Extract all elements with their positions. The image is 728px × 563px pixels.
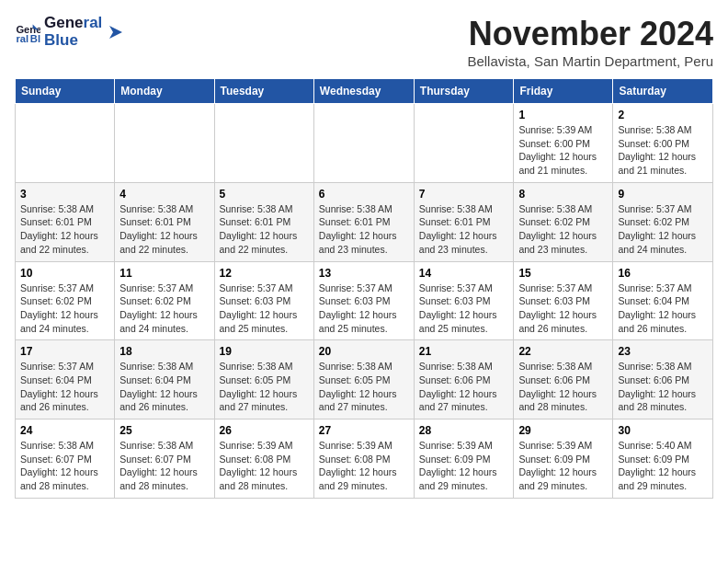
day-number: 7	[419, 188, 509, 201]
day-number: 16	[618, 267, 708, 280]
weekday-header-wednesday: Wednesday	[313, 79, 414, 104]
calendar-cell: 2Sunrise: 5:38 AM Sunset: 6:00 PM Daylig…	[613, 104, 713, 183]
calendar-cell: 16Sunrise: 5:37 AM Sunset: 6:04 PM Dayli…	[613, 261, 713, 340]
day-info: Sunrise: 5:39 AM Sunset: 6:08 PM Dayligh…	[319, 439, 409, 493]
logo-arrow-icon	[106, 22, 126, 42]
calendar-cell: 10Sunrise: 5:37 AM Sunset: 6:02 PM Dayli…	[16, 261, 115, 340]
calendar-cell	[214, 104, 313, 183]
day-info: Sunrise: 5:37 AM Sunset: 6:04 PM Dayligh…	[20, 360, 109, 414]
calendar-cell: 13Sunrise: 5:37 AM Sunset: 6:03 PM Dayli…	[313, 261, 414, 340]
calendar-cell: 1Sunrise: 5:39 AM Sunset: 6:00 PM Daylig…	[514, 104, 613, 183]
day-info: Sunrise: 5:37 AM Sunset: 6:03 PM Dayligh…	[220, 282, 309, 336]
title-section: November 2024 Bellavista, San Martin Dep…	[467, 15, 713, 69]
day-info: Sunrise: 5:37 AM Sunset: 6:04 PM Dayligh…	[618, 282, 708, 336]
day-info: Sunrise: 5:37 AM Sunset: 6:03 PM Dayligh…	[319, 282, 409, 336]
day-info: Sunrise: 5:39 AM Sunset: 6:08 PM Dayligh…	[220, 439, 309, 493]
day-info: Sunrise: 5:38 AM Sunset: 6:07 PM Dayligh…	[119, 439, 209, 493]
day-info: Sunrise: 5:38 AM Sunset: 6:06 PM Dayligh…	[618, 360, 708, 414]
day-number: 29	[518, 424, 608, 437]
day-number: 27	[319, 424, 409, 437]
calendar-cell: 19Sunrise: 5:38 AM Sunset: 6:05 PM Dayli…	[214, 340, 313, 419]
day-info: Sunrise: 5:38 AM Sunset: 6:01 PM Dayligh…	[419, 202, 509, 257]
day-number: 23	[618, 345, 708, 358]
day-number: 28	[419, 424, 509, 437]
day-number: 12	[220, 267, 309, 280]
calendar-cell: 15Sunrise: 5:37 AM Sunset: 6:03 PM Dayli…	[514, 261, 613, 340]
calendar-cell: 30Sunrise: 5:40 AM Sunset: 6:09 PM Dayli…	[613, 419, 713, 499]
day-info: Sunrise: 5:37 AM Sunset: 6:03 PM Dayligh…	[419, 282, 509, 336]
day-info: Sunrise: 5:39 AM Sunset: 6:00 PM Dayligh…	[518, 123, 608, 178]
day-info: Sunrise: 5:38 AM Sunset: 6:05 PM Dayligh…	[319, 360, 409, 414]
calendar-cell: 7Sunrise: 5:38 AM Sunset: 6:01 PM Daylig…	[414, 182, 514, 261]
logo-icon: Gene ral Blue	[15, 19, 40, 45]
day-info: Sunrise: 5:38 AM Sunset: 6:01 PM Dayligh…	[220, 202, 309, 257]
day-number: 8	[518, 188, 608, 201]
day-number: 4	[119, 188, 209, 201]
calendar-cell: 22Sunrise: 5:38 AM Sunset: 6:06 PM Dayli…	[514, 340, 613, 419]
day-info: Sunrise: 5:38 AM Sunset: 6:07 PM Dayligh…	[20, 439, 109, 493]
day-info: Sunrise: 5:37 AM Sunset: 6:02 PM Dayligh…	[20, 282, 109, 336]
day-number: 5	[220, 188, 309, 201]
day-number: 25	[119, 424, 209, 437]
logo: Gene ral Blue General Blue	[15, 15, 126, 49]
weekday-header-monday: Monday	[115, 79, 214, 104]
calendar-cell: 8Sunrise: 5:38 AM Sunset: 6:02 PM Daylig…	[514, 182, 613, 261]
logo-general: General	[44, 15, 102, 32]
weekday-header-friday: Friday	[514, 79, 613, 104]
day-number: 11	[119, 267, 209, 280]
calendar-cell: 5Sunrise: 5:38 AM Sunset: 6:01 PM Daylig…	[214, 182, 313, 261]
calendar-week-row: 17Sunrise: 5:37 AM Sunset: 6:04 PM Dayli…	[16, 340, 713, 419]
calendar-cell: 6Sunrise: 5:38 AM Sunset: 6:01 PM Daylig…	[313, 182, 414, 261]
page-header: Gene ral Blue General Blue November 2024…	[15, 15, 713, 69]
day-info: Sunrise: 5:37 AM Sunset: 6:02 PM Dayligh…	[618, 202, 708, 257]
calendar-cell: 28Sunrise: 5:39 AM Sunset: 6:09 PM Dayli…	[414, 419, 514, 499]
svg-marker-4	[109, 26, 122, 39]
calendar-cell: 27Sunrise: 5:39 AM Sunset: 6:08 PM Dayli…	[313, 419, 414, 499]
day-info: Sunrise: 5:40 AM Sunset: 6:09 PM Dayligh…	[618, 439, 708, 493]
day-info: Sunrise: 5:38 AM Sunset: 6:06 PM Dayligh…	[419, 360, 509, 414]
calendar-cell: 9Sunrise: 5:37 AM Sunset: 6:02 PM Daylig…	[613, 182, 713, 261]
month-year-title: November 2024	[467, 15, 713, 53]
calendar-week-row: 10Sunrise: 5:37 AM Sunset: 6:02 PM Dayli…	[16, 261, 713, 340]
calendar-cell	[414, 104, 514, 183]
calendar-cell: 20Sunrise: 5:38 AM Sunset: 6:05 PM Dayli…	[313, 340, 414, 419]
calendar-table: SundayMondayTuesdayWednesdayThursdayFrid…	[15, 78, 713, 499]
day-number: 21	[419, 345, 509, 358]
day-number: 30	[618, 424, 708, 437]
calendar-cell: 14Sunrise: 5:37 AM Sunset: 6:03 PM Dayli…	[414, 261, 514, 340]
calendar-cell: 11Sunrise: 5:37 AM Sunset: 6:02 PM Dayli…	[115, 261, 214, 340]
location-subtitle: Bellavista, San Martin Department, Peru	[467, 53, 713, 69]
calendar-cell	[16, 104, 115, 183]
weekday-header-tuesday: Tuesday	[214, 79, 313, 104]
day-info: Sunrise: 5:39 AM Sunset: 6:09 PM Dayligh…	[518, 439, 608, 493]
calendar-week-row: 1Sunrise: 5:39 AM Sunset: 6:00 PM Daylig…	[16, 104, 713, 183]
day-number: 2	[618, 109, 708, 121]
day-number: 14	[419, 267, 509, 280]
day-number: 24	[20, 424, 109, 437]
day-info: Sunrise: 5:37 AM Sunset: 6:02 PM Dayligh…	[119, 282, 209, 336]
day-number: 18	[119, 345, 209, 358]
day-number: 26	[220, 424, 309, 437]
calendar-cell: 4Sunrise: 5:38 AM Sunset: 6:01 PM Daylig…	[115, 182, 214, 261]
day-number: 13	[319, 267, 409, 280]
day-number: 1	[518, 109, 608, 121]
day-info: Sunrise: 5:38 AM Sunset: 6:06 PM Dayligh…	[518, 360, 608, 414]
day-number: 22	[518, 345, 608, 358]
calendar-week-row: 24Sunrise: 5:38 AM Sunset: 6:07 PM Dayli…	[16, 419, 713, 499]
calendar-cell: 12Sunrise: 5:37 AM Sunset: 6:03 PM Dayli…	[214, 261, 313, 340]
weekday-header-thursday: Thursday	[414, 79, 514, 104]
calendar-header-row: SundayMondayTuesdayWednesdayThursdayFrid…	[16, 79, 713, 104]
calendar-cell: 26Sunrise: 5:39 AM Sunset: 6:08 PM Dayli…	[214, 419, 313, 499]
day-number: 6	[319, 188, 409, 201]
day-number: 3	[20, 188, 109, 201]
day-info: Sunrise: 5:38 AM Sunset: 6:00 PM Dayligh…	[618, 123, 708, 178]
day-info: Sunrise: 5:38 AM Sunset: 6:01 PM Dayligh…	[119, 202, 209, 257]
weekday-header-saturday: Saturday	[613, 79, 713, 104]
day-number: 19	[220, 345, 309, 358]
calendar-cell	[313, 104, 414, 183]
calendar-cell	[115, 104, 214, 183]
day-info: Sunrise: 5:38 AM Sunset: 6:01 PM Dayligh…	[20, 202, 109, 257]
svg-text:ral: ral	[16, 33, 28, 44]
day-number: 20	[319, 345, 409, 358]
calendar-cell: 24Sunrise: 5:38 AM Sunset: 6:07 PM Dayli…	[16, 419, 115, 499]
